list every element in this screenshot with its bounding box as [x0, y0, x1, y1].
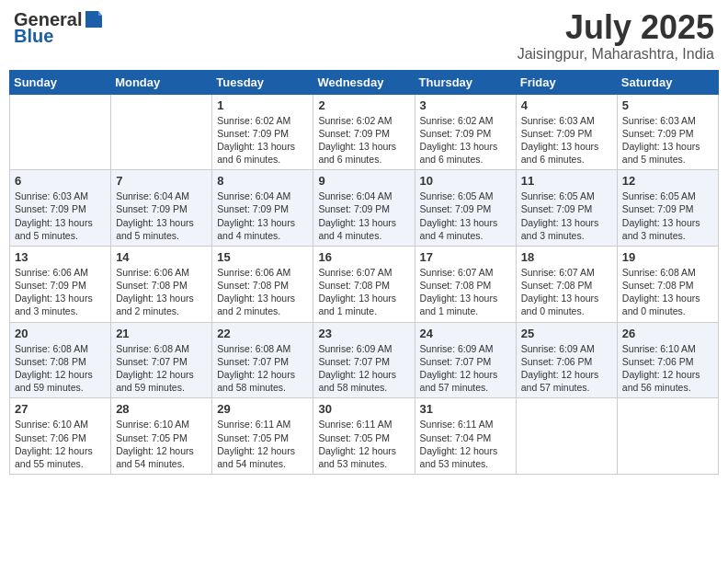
day-number: 1: [217, 98, 308, 112]
calendar-cell: 2Sunrise: 6:02 AM Sunset: 7:09 PM Daylig…: [313, 94, 415, 170]
calendar-cell: 13Sunrise: 6:06 AM Sunset: 7:09 PM Dayli…: [10, 246, 111, 322]
day-number: 14: [116, 250, 207, 264]
calendar-week-row: 27Sunrise: 6:10 AM Sunset: 7:06 PM Dayli…: [10, 398, 719, 475]
calendar-cell: 10Sunrise: 6:05 AM Sunset: 7:09 PM Dayli…: [415, 170, 516, 247]
day-info: Sunrise: 6:06 AM Sunset: 7:08 PM Dayligh…: [116, 266, 207, 318]
calendar-cell: 22Sunrise: 6:08 AM Sunset: 7:07 PM Dayli…: [212, 322, 313, 398]
day-number: 24: [420, 327, 511, 340]
calendar-day-header: Sunday: [10, 70, 111, 94]
calendar-day-header: Thursday: [415, 70, 516, 94]
calendar-cell: 15Sunrise: 6:06 AM Sunset: 7:08 PM Dayli…: [212, 246, 313, 322]
calendar-cell: 19Sunrise: 6:08 AM Sunset: 7:08 PM Dayli…: [617, 246, 718, 322]
calendar-cell: 6Sunrise: 6:03 AM Sunset: 7:09 PM Daylig…: [10, 170, 111, 247]
calendar-cell: 20Sunrise: 6:08 AM Sunset: 7:08 PM Dayli…: [10, 322, 111, 398]
calendar-cell: 1Sunrise: 6:02 AM Sunset: 7:09 PM Daylig…: [212, 94, 313, 170]
day-info: Sunrise: 6:07 AM Sunset: 7:08 PM Dayligh…: [521, 266, 612, 318]
logo-blue: Blue: [14, 26, 104, 46]
calendar-week-row: 20Sunrise: 6:08 AM Sunset: 7:08 PM Dayli…: [10, 322, 719, 398]
calendar-cell: 29Sunrise: 6:11 AM Sunset: 7:05 PM Dayli…: [212, 398, 313, 475]
day-number: 30: [318, 402, 409, 416]
day-number: 7: [116, 174, 207, 188]
day-info: Sunrise: 6:05 AM Sunset: 7:09 PM Dayligh…: [420, 190, 511, 242]
svg-marker-1: [98, 11, 102, 16]
calendar-cell: 14Sunrise: 6:06 AM Sunset: 7:08 PM Dayli…: [111, 246, 212, 322]
day-number: 20: [15, 327, 106, 340]
day-number: 16: [318, 250, 409, 264]
calendar-week-row: 6Sunrise: 6:03 AM Sunset: 7:09 PM Daylig…: [10, 170, 719, 247]
day-info: Sunrise: 6:04 AM Sunset: 7:09 PM Dayligh…: [318, 190, 409, 242]
calendar-cell: 4Sunrise: 6:03 AM Sunset: 7:09 PM Daylig…: [516, 94, 617, 170]
day-info: Sunrise: 6:11 AM Sunset: 7:04 PM Dayligh…: [420, 418, 511, 470]
day-number: 5: [622, 98, 713, 112]
day-info: Sunrise: 6:11 AM Sunset: 7:05 PM Dayligh…: [318, 418, 409, 470]
day-info: Sunrise: 6:03 AM Sunset: 7:09 PM Dayligh…: [622, 114, 713, 167]
day-number: 15: [217, 250, 308, 264]
day-info: Sunrise: 6:02 AM Sunset: 7:09 PM Dayligh…: [217, 114, 308, 167]
day-number: 18: [521, 250, 612, 264]
calendar-cell: 9Sunrise: 6:04 AM Sunset: 7:09 PM Daylig…: [313, 170, 415, 247]
calendar-day-header: Tuesday: [212, 70, 313, 94]
day-info: Sunrise: 6:03 AM Sunset: 7:09 PM Dayligh…: [521, 114, 612, 167]
calendar-cell: 18Sunrise: 6:07 AM Sunset: 7:08 PM Dayli…: [516, 246, 617, 322]
logo: General Blue: [14, 9, 104, 46]
calendar-cell: 3Sunrise: 6:02 AM Sunset: 7:09 PM Daylig…: [415, 94, 516, 170]
day-info: Sunrise: 6:06 AM Sunset: 7:09 PM Dayligh…: [15, 266, 106, 318]
calendar-week-row: 1Sunrise: 6:02 AM Sunset: 7:09 PM Daylig…: [10, 94, 719, 170]
day-info: Sunrise: 6:11 AM Sunset: 7:05 PM Dayligh…: [217, 418, 308, 470]
day-info: Sunrise: 6:08 AM Sunset: 7:07 PM Dayligh…: [217, 342, 308, 395]
day-info: Sunrise: 6:08 AM Sunset: 7:08 PM Dayligh…: [622, 266, 713, 318]
day-number: 31: [420, 402, 511, 416]
day-info: Sunrise: 6:04 AM Sunset: 7:09 PM Dayligh…: [217, 190, 308, 242]
day-number: 29: [217, 402, 308, 416]
day-info: Sunrise: 6:07 AM Sunset: 7:08 PM Dayligh…: [318, 266, 409, 318]
day-info: Sunrise: 6:03 AM Sunset: 7:09 PM Dayligh…: [15, 190, 106, 242]
calendar-cell: 5Sunrise: 6:03 AM Sunset: 7:09 PM Daylig…: [617, 94, 718, 170]
calendar-day-header: Saturday: [617, 70, 718, 94]
calendar-cell: 21Sunrise: 6:08 AM Sunset: 7:07 PM Dayli…: [111, 322, 212, 398]
calendar-cell: 27Sunrise: 6:10 AM Sunset: 7:06 PM Dayli…: [10, 398, 111, 475]
day-number: 17: [420, 250, 511, 264]
day-info: Sunrise: 6:10 AM Sunset: 7:06 PM Dayligh…: [622, 342, 713, 395]
calendar-cell: 16Sunrise: 6:07 AM Sunset: 7:08 PM Dayli…: [313, 246, 415, 322]
day-number: 12: [622, 174, 713, 188]
day-info: Sunrise: 6:09 AM Sunset: 7:06 PM Dayligh…: [521, 342, 612, 395]
calendar-day-header: Monday: [111, 70, 212, 94]
day-number: 27: [15, 402, 106, 416]
day-info: Sunrise: 6:10 AM Sunset: 7:05 PM Dayligh…: [116, 418, 207, 470]
day-info: Sunrise: 6:06 AM Sunset: 7:08 PM Dayligh…: [217, 266, 308, 318]
calendar-cell: 12Sunrise: 6:05 AM Sunset: 7:09 PM Dayli…: [617, 170, 718, 247]
calendar-table: SundayMondayTuesdayWednesdayThursdayFrid…: [9, 70, 719, 475]
calendar-cell: 24Sunrise: 6:09 AM Sunset: 7:07 PM Dayli…: [415, 322, 516, 398]
day-info: Sunrise: 6:05 AM Sunset: 7:09 PM Dayligh…: [622, 190, 713, 242]
calendar-cell: 25Sunrise: 6:09 AM Sunset: 7:06 PM Dayli…: [516, 322, 617, 398]
location-subtitle: Jaisingpur, Maharashtra, India: [518, 46, 714, 63]
day-number: 26: [622, 327, 713, 340]
day-number: 4: [521, 98, 612, 112]
day-info: Sunrise: 6:08 AM Sunset: 7:08 PM Dayligh…: [15, 342, 106, 395]
calendar-cell: [617, 398, 718, 475]
day-number: 25: [521, 327, 612, 340]
day-info: Sunrise: 6:02 AM Sunset: 7:09 PM Dayligh…: [318, 114, 409, 167]
day-info: Sunrise: 6:09 AM Sunset: 7:07 PM Dayligh…: [420, 342, 511, 395]
calendar-cell: 28Sunrise: 6:10 AM Sunset: 7:05 PM Dayli…: [111, 398, 212, 475]
day-number: 9: [318, 174, 409, 188]
day-number: 28: [116, 402, 207, 416]
month-year-title: July 2025: [518, 9, 714, 46]
calendar-header-row: SundayMondayTuesdayWednesdayThursdayFrid…: [10, 70, 719, 94]
calendar-cell: 17Sunrise: 6:07 AM Sunset: 7:08 PM Dayli…: [415, 246, 516, 322]
calendar-cell: 26Sunrise: 6:10 AM Sunset: 7:06 PM Dayli…: [617, 322, 718, 398]
day-number: 2: [318, 98, 409, 112]
day-info: Sunrise: 6:10 AM Sunset: 7:06 PM Dayligh…: [15, 418, 106, 470]
calendar-body: 1Sunrise: 6:02 AM Sunset: 7:09 PM Daylig…: [10, 94, 719, 474]
day-number: 11: [521, 174, 612, 188]
calendar-cell: 30Sunrise: 6:11 AM Sunset: 7:05 PM Dayli…: [313, 398, 415, 475]
calendar-cell: [10, 94, 111, 170]
day-number: 22: [217, 327, 308, 340]
page-header: General Blue July 2025 Jaisingpur, Mahar…: [9, 9, 719, 63]
calendar-cell: 8Sunrise: 6:04 AM Sunset: 7:09 PM Daylig…: [212, 170, 313, 247]
calendar-cell: [516, 398, 617, 475]
calendar-cell: 31Sunrise: 6:11 AM Sunset: 7:04 PM Dayli…: [415, 398, 516, 475]
day-number: 19: [622, 250, 713, 264]
day-number: 3: [420, 98, 511, 112]
day-number: 23: [318, 327, 409, 340]
